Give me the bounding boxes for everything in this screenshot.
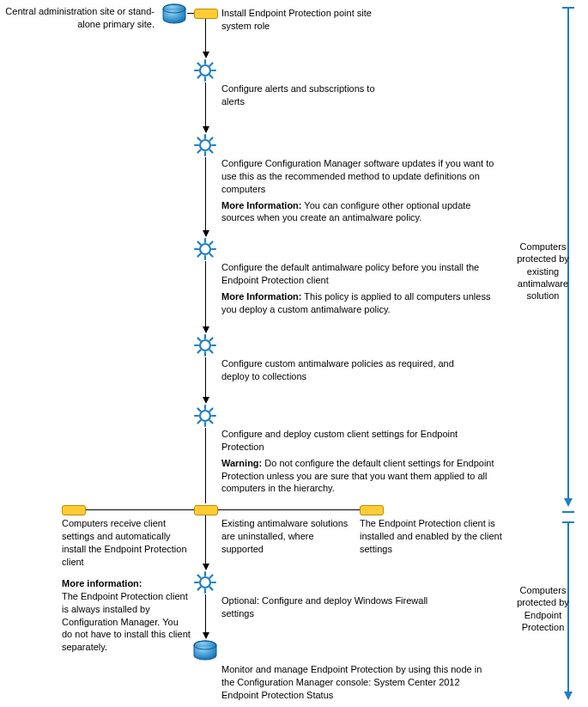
branch-left-text: Computers receive client settings and au… (62, 517, 191, 568)
more-info-label: More Information: (221, 291, 302, 302)
gear-icon (193, 404, 217, 428)
flow-line (205, 19, 206, 53)
arrowhead-icon (203, 126, 209, 133)
warning-label: Warning: (221, 458, 262, 468)
step-custom-policies: Configure custom antimalware policies as… (221, 357, 479, 383)
side-arrowhead-icon (564, 692, 573, 700)
branch-right-text: The Endpoint Protection client is instal… (360, 517, 510, 556)
step-default-policy: Configure the default antimalware policy… (221, 261, 496, 315)
flow-node (194, 505, 218, 515)
flow-line (205, 428, 206, 503)
branch-mid-text: Existing antimalware solutions are unins… (221, 517, 350, 556)
arrowhead-icon (203, 632, 209, 639)
side-arrow-cap (562, 511, 574, 513)
warning-text: Do not configure the default client sett… (221, 458, 494, 494)
step-text: Configure Configuration Manager software… (221, 158, 494, 194)
flow-line (205, 157, 206, 232)
step-install-role: Install Endpoint Protection point site s… (221, 7, 393, 33)
side-arrowhead-icon (564, 498, 573, 507)
gear-icon (193, 333, 217, 357)
side-label-lower: Computers protected by Endpoint Protecti… (511, 584, 575, 633)
gear-icon (193, 570, 217, 594)
more-info-body: The Endpoint Protection client is always… (62, 591, 191, 652)
gear-icon (193, 58, 217, 82)
gear-icon (193, 133, 217, 157)
flow-line (205, 515, 206, 565)
step-firewall: Optional: Configure and deploy Windows F… (221, 594, 436, 620)
database-icon (192, 640, 218, 661)
step-monitor: Monitor and manage Endpoint Protection b… (221, 663, 488, 702)
top-site-label: Central administration site or stand-alo… (2, 5, 155, 31)
step-text: Configure and deploy custom client setti… (221, 429, 458, 452)
more-info-block: More information: The Endpoint Protectio… (62, 577, 191, 654)
flow-line (205, 594, 206, 634)
flow-line (205, 357, 206, 399)
flow-line (187, 13, 194, 14)
flow-line (205, 82, 206, 128)
flow-node (194, 9, 218, 19)
more-info-label: More Information: (221, 200, 302, 210)
more-info-label: More information: (62, 578, 142, 588)
arrowhead-icon (203, 52, 209, 58)
arrowhead-icon (203, 326, 209, 333)
step-client-settings: Configure and deploy custom client setti… (221, 428, 496, 495)
side-label-upper: Computers protected by existing antimalw… (511, 241, 575, 302)
step-text: Configure the default antimalware policy… (221, 262, 479, 285)
database-icon (161, 3, 187, 24)
arrowhead-icon (203, 397, 209, 404)
step-configure-updates: Configure Configuration Manager software… (221, 157, 496, 224)
gear-icon (193, 237, 217, 261)
flow-node (360, 505, 384, 515)
flow-line (205, 261, 206, 328)
arrowhead-icon (203, 564, 209, 570)
arrowhead-icon (203, 230, 209, 237)
flow-node (62, 505, 86, 515)
step-configure-alerts: Configure alerts and subscriptions to al… (221, 82, 393, 108)
